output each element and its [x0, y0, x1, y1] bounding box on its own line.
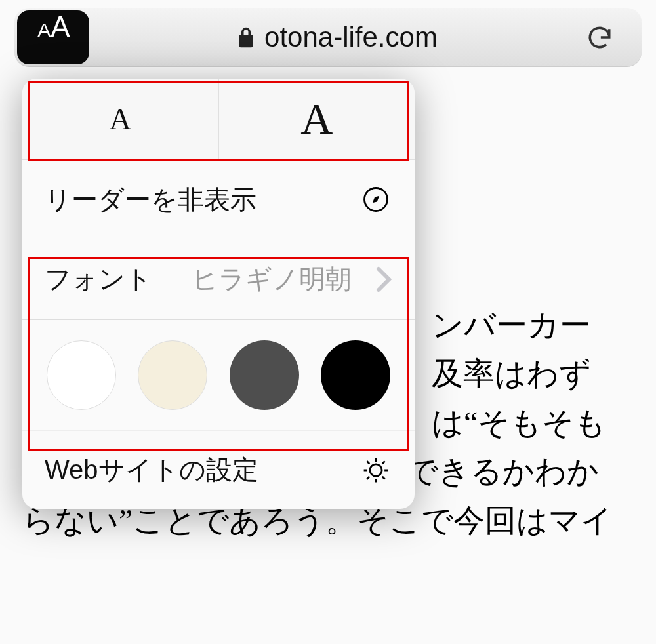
compass-icon: [362, 186, 392, 213]
aa-icon-large: A: [51, 10, 68, 43]
hide-reader-row[interactable]: リーダーを非表示: [22, 160, 415, 239]
font-value: ヒラギノ明朝: [192, 261, 375, 297]
reader-settings-popover: A A リーダーを非表示 フォント ヒラギノ明朝 Webサイトの設定: [22, 79, 415, 509]
svg-line-7: [382, 476, 385, 479]
font-size-row: A A: [22, 79, 415, 160]
svg-line-6: [367, 461, 369, 464]
reload-button[interactable]: [585, 23, 622, 52]
url-domain-text: otona-life.com: [264, 22, 438, 53]
svg-point-1: [370, 464, 382, 475]
gear-icon: [362, 456, 392, 484]
increase-font-button[interactable]: A: [219, 79, 415, 159]
text-size-button[interactable]: A A: [17, 10, 89, 64]
lock-icon: [237, 26, 255, 49]
aa-icon-small: A: [37, 19, 49, 41]
theme-swatch-white[interactable]: [47, 340, 116, 410]
font-label: フォント: [45, 261, 152, 297]
hide-reader-label: リーダーを非表示: [45, 182, 256, 218]
website-settings-row[interactable]: Webサイトの設定: [22, 430, 415, 509]
chevron-right-icon: [375, 266, 392, 292]
url-bar[interactable]: A A otona-life.com: [14, 8, 642, 67]
url-domain-area[interactable]: otona-life.com: [237, 22, 438, 53]
theme-swatch-gray[interactable]: [230, 340, 299, 410]
font-picker-row[interactable]: フォント ヒラギノ明朝: [22, 239, 415, 320]
decrease-font-button[interactable]: A: [22, 79, 219, 159]
theme-swatch-black[interactable]: [321, 340, 390, 410]
svg-line-9: [367, 476, 369, 479]
theme-swatch-sepia[interactable]: [138, 340, 207, 410]
theme-color-row: [22, 320, 415, 430]
website-settings-label: Webサイトの設定: [45, 452, 258, 488]
svg-line-8: [382, 461, 385, 464]
